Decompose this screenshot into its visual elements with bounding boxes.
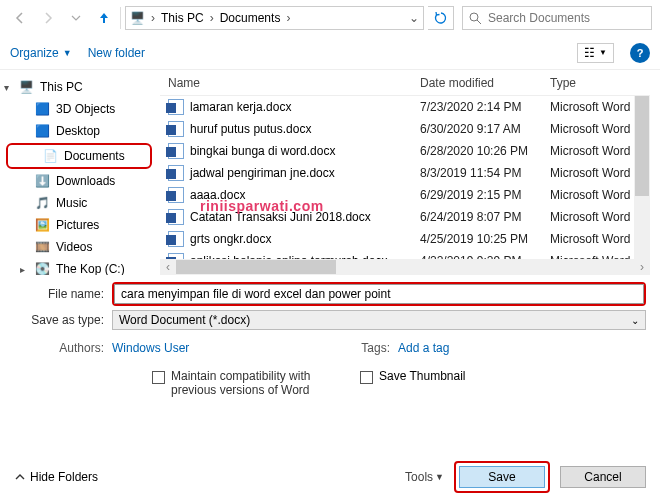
sidebar-item-3d-objects[interactable]: 🟦3D Objects <box>0 98 160 120</box>
sidebar-item-label: Music <box>56 196 87 210</box>
divider <box>120 7 121 29</box>
file-date: 8/3/2019 11:54 PM <box>420 166 550 180</box>
drive-icon: 💽 <box>34 261 50 275</box>
sidebar-item-desktop[interactable]: 🟦Desktop <box>0 120 160 142</box>
music-icon: 🎵 <box>34 195 50 211</box>
nav-forward-button[interactable] <box>36 6 60 30</box>
save-thumbnail-checkbox[interactable] <box>360 371 373 384</box>
file-date: 7/23/2020 2:14 PM <box>420 100 550 114</box>
hide-folders-button[interactable]: Hide Folders <box>14 470 98 484</box>
tags-label: Tags: <box>350 341 390 355</box>
nav-up-button[interactable] <box>92 6 116 30</box>
organize-menu[interactable]: Organize ▼ <box>10 46 72 60</box>
refresh-button[interactable] <box>428 6 454 30</box>
address-bar[interactable]: 🖥️ › This PC › Documents › ⌄ <box>125 6 424 30</box>
address-dropdown-icon[interactable]: ⌄ <box>409 11 419 25</box>
horizontal-scrollbar[interactable]: ‹ › <box>160 259 650 275</box>
save-button[interactable]: Save <box>459 466 545 488</box>
file-date: 6/24/2019 8:07 PM <box>420 210 550 224</box>
nav-sidebar: ▾🖥️This PC🟦3D Objects🟦Desktop📄Documents⬇… <box>0 70 160 275</box>
chevron-right-icon: › <box>284 11 292 25</box>
saveas-select[interactable]: Word Document (*.docx) ⌄ <box>112 310 646 330</box>
maintain-compat-checkbox[interactable] <box>152 371 165 384</box>
file-row[interactable]: aplikasi belanja online termurah.docx4/2… <box>160 250 650 259</box>
sidebar-item-label: Pictures <box>56 218 99 232</box>
breadcrumb-part[interactable]: This PC <box>161 11 204 25</box>
expand-icon[interactable]: ▾ <box>4 82 9 93</box>
new-folder-button[interactable]: New folder <box>88 46 145 60</box>
col-date[interactable]: Date modified <box>420 76 550 90</box>
video-icon: 🎞️ <box>34 239 50 255</box>
file-row[interactable]: lamaran kerja.docx7/23/2020 2:14 PMMicro… <box>160 96 650 118</box>
file-row[interactable]: Catatan Transaksi Juni 2018.docx6/24/201… <box>160 206 650 228</box>
chevron-right-icon: › <box>149 11 157 25</box>
vertical-scrollbar[interactable] <box>634 96 650 259</box>
saveas-value: Word Document (*.docx) <box>119 313 250 327</box>
3d-icon: 🟦 <box>34 101 50 117</box>
maintain-compat-label: Maintain compatibility with previous ver… <box>171 369 321 397</box>
nav-toolbar: 🖥️ › This PC › Documents › ⌄ Search Docu… <box>0 0 660 36</box>
sidebar-item-the-kop-c-[interactable]: ▸💽The Kop (C:) <box>0 258 160 275</box>
sidebar-item-documents[interactable]: 📄Documents <box>8 145 150 167</box>
file-name: bingkai bunga di word.docx <box>190 144 335 158</box>
file-row[interactable]: huruf putus putus.docx6/30/2020 9:17 AMM… <box>160 118 650 140</box>
sidebar-item-label: Downloads <box>56 174 115 188</box>
docx-icon <box>168 187 184 203</box>
form-area: File name: Save as type: Word Document (… <box>0 275 660 333</box>
docx-icon <box>168 121 184 137</box>
filename-highlight <box>112 282 646 306</box>
nav-recent-button[interactable] <box>64 6 88 30</box>
sidebar-item-this-pc[interactable]: ▾🖥️This PC <box>0 76 160 98</box>
file-date: 6/28/2020 10:26 PM <box>420 144 550 158</box>
docx-icon <box>168 99 184 115</box>
save-highlight: Save <box>454 461 550 493</box>
file-row[interactable]: grts ongkr.docx4/25/2019 10:25 PMMicroso… <box>160 228 650 250</box>
save-thumbnail-label: Save Thumbnail <box>379 369 466 383</box>
docx-icon <box>168 143 184 159</box>
sidebar-item-music[interactable]: 🎵Music <box>0 192 160 214</box>
search-input[interactable]: Search Documents <box>462 6 652 30</box>
file-name: grts ongkr.docx <box>190 232 271 246</box>
sidebar-item-label: This PC <box>40 80 83 94</box>
file-list: Name Date modified Type lamaran kerja.do… <box>160 70 650 275</box>
desktop-icon: 🟦 <box>34 123 50 139</box>
view-options-button[interactable]: ☷▼ <box>577 43 614 63</box>
sidebar-item-videos[interactable]: 🎞️Videos <box>0 236 160 258</box>
sidebar-item-label: Videos <box>56 240 92 254</box>
search-placeholder: Search Documents <box>488 11 590 25</box>
main-area: ▾🖥️This PC🟦3D Objects🟦Desktop📄Documents⬇… <box>0 70 660 275</box>
tools-menu[interactable]: Tools ▼ <box>405 470 444 484</box>
pc-icon: 🖥️ <box>18 79 34 95</box>
file-date: 4/25/2019 10:25 PM <box>420 232 550 246</box>
chevron-right-icon: › <box>208 11 216 25</box>
docx-icon <box>168 165 184 181</box>
authors-value[interactable]: Windows User <box>112 341 342 355</box>
file-row[interactable]: bingkai bunga di word.docx6/28/2020 10:2… <box>160 140 650 162</box>
sidebar-item-downloads[interactable]: ⬇️Downloads <box>0 170 160 192</box>
column-headers: Name Date modified Type <box>160 70 650 96</box>
tags-value[interactable]: Add a tag <box>398 341 449 355</box>
sidebar-item-label: Desktop <box>56 124 100 138</box>
breadcrumb-part[interactable]: Documents <box>220 11 281 25</box>
col-name[interactable]: Name <box>160 76 420 90</box>
saveas-label: Save as type: <box>14 313 104 327</box>
help-button[interactable]: ? <box>630 43 650 63</box>
command-bar: Organize ▼ New folder ☷▼ ? <box>0 36 660 70</box>
authors-label: Authors: <box>14 341 104 355</box>
pc-icon: 🖥️ <box>130 11 145 25</box>
cancel-button[interactable]: Cancel <box>560 466 646 488</box>
svg-point-0 <box>470 13 478 21</box>
down-icon: ⬇️ <box>34 173 50 189</box>
sidebar-item-label: Documents <box>64 149 125 163</box>
expand-icon[interactable]: ▸ <box>20 264 25 275</box>
svg-line-1 <box>477 20 481 24</box>
file-row[interactable]: jadwal pengiriman jne.docx8/3/2019 11:54… <box>160 162 650 184</box>
pics-icon: 🖼️ <box>34 217 50 233</box>
file-row[interactable]: aaaa.docx6/29/2019 2:15 PMMicrosoft Word… <box>160 184 650 206</box>
filename-input[interactable] <box>114 284 644 304</box>
col-type[interactable]: Type <box>550 76 650 90</box>
nav-back-button[interactable] <box>8 6 32 30</box>
docx-icon <box>168 209 184 225</box>
docs-icon: 📄 <box>42 148 58 164</box>
sidebar-item-pictures[interactable]: 🖼️Pictures <box>0 214 160 236</box>
